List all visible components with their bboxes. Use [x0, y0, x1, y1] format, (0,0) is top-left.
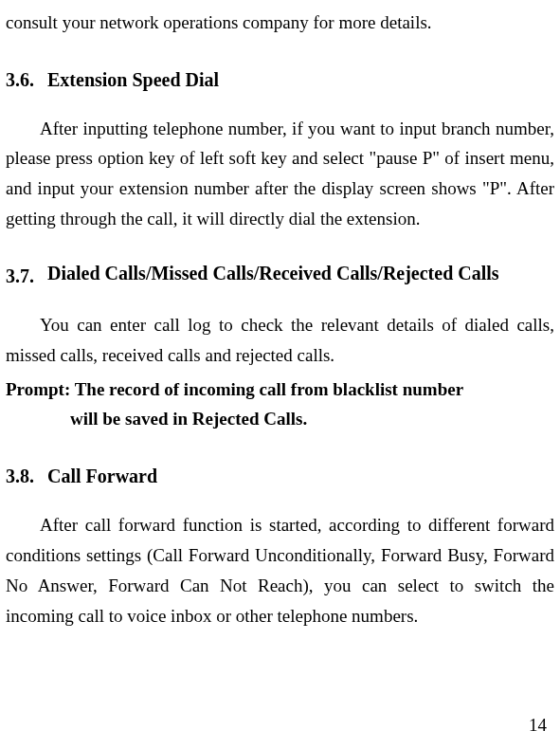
section-title: Extension Speed Dial: [47, 64, 554, 97]
prompt-text: Prompt: The record of incoming call from…: [6, 374, 554, 435]
section-3-6: 3.6. Extension Speed Dial After inputtin…: [6, 64, 554, 234]
prompt-line-1: Prompt: The record of incoming call from…: [6, 374, 554, 405]
section-number: 3.6.: [6, 64, 47, 97]
section-heading: 3.7. Dialed Calls/Missed Calls/Received …: [6, 261, 554, 293]
section-3-8: 3.8. Call Forward After call forward fun…: [6, 461, 554, 630]
page-number: 14: [529, 715, 547, 736]
section-heading: 3.6. Extension Speed Dial: [6, 64, 554, 97]
prompt-line-2: will be saved in Rejected Calls.: [6, 404, 554, 434]
intro-paragraph: consult your network operations company …: [6, 8, 554, 38]
section-number: 3.8.: [6, 461, 47, 493]
section-heading: 3.8. Call Forward: [6, 461, 554, 493]
section-body: You can enter call log to check the rele…: [6, 310, 554, 371]
section-3-7: 3.7. Dialed Calls/Missed Calls/Received …: [6, 261, 554, 434]
section-title: Call Forward: [47, 461, 554, 493]
section-body: After call forward function is started, …: [6, 510, 554, 631]
page-content: consult your network operations company …: [6, 8, 554, 631]
section-number: 3.7.: [6, 261, 47, 293]
section-title: Dialed Calls/Missed Calls/Received Calls…: [47, 261, 554, 293]
section-body: After inputting telephone number, if you…: [6, 114, 554, 235]
